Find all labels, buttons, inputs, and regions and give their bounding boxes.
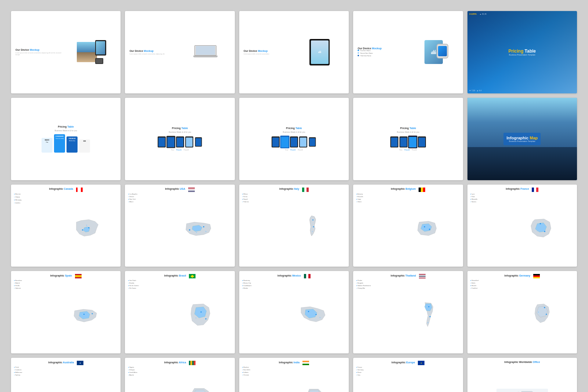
france-map xyxy=(528,216,553,241)
infographic-hero-title: Infographic Map xyxy=(506,136,538,140)
svg-point-8 xyxy=(313,227,314,228)
infographic-hero-subtitle: Business Presentation Template xyxy=(506,140,538,142)
italy-map xyxy=(305,214,321,242)
pricing-tablet-3c xyxy=(290,136,298,147)
slide-infographic-mexico[interactable]: Infographic Mexico ● Monterrey ● Mexico … xyxy=(239,271,349,353)
svg-point-17 xyxy=(79,318,79,318)
slide-infographic-thailand[interactable]: Infographic Thailand ● Phuket ● Bangkok … xyxy=(353,271,463,353)
brazil-map xyxy=(189,301,212,329)
device-title-1: Our Device Mockup xyxy=(15,49,65,51)
slide-infographic-africa[interactable]: Infographic Africa ● Nigeria ● Ethiopia … xyxy=(125,358,234,392)
svg-point-18 xyxy=(200,311,201,313)
flag-germany xyxy=(533,274,540,278)
pricing-tablet-3e xyxy=(309,137,316,147)
svg-point-24 xyxy=(428,306,429,307)
flag-europe: ★ xyxy=(418,361,424,365)
device-image-1 xyxy=(67,40,116,64)
svg-point-9 xyxy=(312,231,313,232)
svg-point-7 xyxy=(312,220,313,221)
pricing-card-premium: PREMIUM Membership xyxy=(67,136,78,153)
slide-pricing-hero[interactable]: 14,65% ▲ 30,46 ▼ 7,30 ▲ 4,4 Pricing Tabl… xyxy=(467,11,577,93)
pricing-tablet-4d xyxy=(418,136,426,147)
slide-infographic-map-hero[interactable]: Infographic Map Business Presentation Te… xyxy=(467,98,577,180)
svg-point-25 xyxy=(429,316,430,317)
device-title-4: Our Device Mockup xyxy=(358,47,407,50)
device-image-4: 🏙 xyxy=(409,40,458,64)
flag-canada xyxy=(76,188,83,192)
svg-point-14 xyxy=(537,231,538,232)
slide-infographic-spain[interactable]: Infographic Spain ● Barcelona ● Madrid ●… xyxy=(11,271,121,353)
slide-infographic-australia[interactable]: Infographic Australia ★ ● Perth ● Canber… xyxy=(11,358,121,392)
flag-belgium xyxy=(419,188,425,192)
flag-spain xyxy=(75,274,82,278)
pricing-hero-title: Pricing Table xyxy=(509,49,536,54)
flag-africa xyxy=(189,361,196,365)
slide-device-mockup-2[interactable]: Our Device Mockup Lorem ipsum dolor sit … xyxy=(125,11,234,93)
flag-italy xyxy=(302,188,309,192)
svg-point-15 xyxy=(92,313,93,314)
flag-india xyxy=(302,361,309,365)
svg-point-0 xyxy=(82,229,83,231)
svg-point-22 xyxy=(315,314,316,315)
slide-infographic-usa[interactable]: Infographic USA ● Los Angeles ● Denver ●… xyxy=(125,185,234,267)
slide-infographic-india[interactable]: Infographic India ● Mumbai ● New Delhi ●… xyxy=(239,358,349,392)
germany-map xyxy=(532,302,553,329)
slide-pricing-table-1[interactable]: Pricing Table Business Made in & for you… xyxy=(11,98,121,180)
svg-point-5 xyxy=(205,231,206,232)
slide-infographic-canada[interactable]: Infographic Canada ● Bloemer ● Ottawa ● … xyxy=(11,185,121,267)
svg-point-1 xyxy=(88,227,89,228)
slide-pricing-table-4[interactable]: Pricing Table Business Made in & for you… xyxy=(353,98,463,180)
svg-point-23 xyxy=(319,317,320,318)
pricing-tablet-3 xyxy=(176,136,184,147)
svg-point-11 xyxy=(429,229,430,230)
mexico-map xyxy=(300,303,330,327)
india-map xyxy=(305,388,325,392)
slide-infographic-germany[interactable]: Infographic Germany ● Düsseldorf ● Berli… xyxy=(467,271,577,353)
svg-point-3 xyxy=(189,229,190,231)
pricing-tablet-4 xyxy=(185,136,193,147)
pricing-tablet-3a xyxy=(272,136,280,147)
slide-pricing-table-2[interactable]: Pricing Table Business Made in & for you… xyxy=(125,98,234,180)
pricing-title-2: Pricing Table xyxy=(172,127,188,129)
slide-infographic-belgium[interactable]: Infographic Belgium ● Antwerp ● Brussels… xyxy=(353,185,463,267)
pricing-tablet-3b xyxy=(280,136,289,149)
belgium-map xyxy=(415,217,440,239)
svg-point-20 xyxy=(196,318,196,318)
africa-map xyxy=(189,387,212,392)
pricing-tablet-4b xyxy=(399,136,408,147)
svg-point-21 xyxy=(308,311,309,312)
svg-point-6 xyxy=(196,232,197,233)
flag-australia: ★ xyxy=(77,361,83,365)
pricing-title-1: Pricing Table xyxy=(58,125,74,128)
canada-map xyxy=(72,216,103,241)
slide-infographic-europe[interactable]: Infographic Europe ★ ● France ● Germany … xyxy=(353,358,463,392)
flag-brazil xyxy=(189,274,196,278)
pricing-card-free: $999 xyxy=(79,139,90,153)
europe-map xyxy=(413,390,444,392)
slide-infographic-worldwide[interactable]: Infographic Worldwide Office Si xyxy=(467,358,577,392)
slide-infographic-france[interactable]: Infographic France ● Lyon ● Paris ● Mars… xyxy=(467,185,577,267)
slide-infographic-italy[interactable]: Infographic Italy ● Milano ● Roma ● Napo… xyxy=(239,185,349,267)
slide-device-mockup-4[interactable]: Our Device Mockup First Item Name Second… xyxy=(353,11,463,93)
pricing-tablet-5 xyxy=(195,137,202,147)
device-title-3: Our Device Mockup xyxy=(244,50,293,52)
slide-pricing-table-3[interactable]: Pricing Table Business Made in & for you… xyxy=(239,98,349,180)
slide-grid: Our Device Mockup Lorem ipsum dolor sit … xyxy=(7,7,581,392)
pricing-title-3: Pricing Table xyxy=(286,127,302,129)
slide-device-mockup-3[interactable]: Our Device Mockup Lorem ipsum dolor sit … xyxy=(239,11,349,93)
spain-map xyxy=(72,305,101,325)
svg-point-10 xyxy=(424,226,425,227)
svg-point-29 xyxy=(538,311,539,312)
device-title-2: Our Device Mockup xyxy=(129,50,179,52)
pricing-title-4: Pricing Table xyxy=(400,127,416,129)
svg-point-12 xyxy=(540,223,541,224)
device-image-3: 🏙 xyxy=(295,39,344,65)
australia-map xyxy=(70,390,103,392)
pricing-tablet-4a xyxy=(390,136,398,147)
pricing-card-basic: BASIC Free xyxy=(42,138,53,153)
pricing-card-standard: STANDARD Three-for-weekly xyxy=(54,134,65,153)
slide-device-mockup-1[interactable]: Our Device Mockup Lorem ipsum dolor sit … xyxy=(11,11,121,93)
slide-infographic-brasil[interactable]: Infographic Brasil ● Sao Paulo ● Brasili… xyxy=(125,271,234,353)
pricing-tablet-4c xyxy=(408,136,417,149)
flag-usa xyxy=(188,188,195,192)
